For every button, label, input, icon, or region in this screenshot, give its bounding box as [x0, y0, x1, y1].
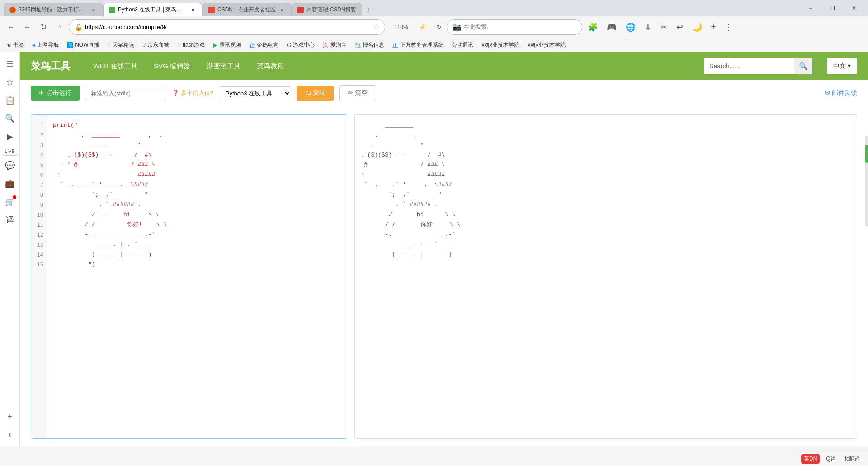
- bookmark-flash[interactable]: F flash游戏: [175, 40, 208, 50]
- tab-favicon-2345: [9, 7, 16, 13]
- bookmark-signup[interactable]: 报 报名信息: [352, 40, 387, 50]
- bookmark-taobao[interactable]: 淘 爱淘宝: [320, 40, 349, 50]
- bookmark-college2[interactable]: xx职业技术学院: [525, 40, 568, 50]
- cart-sidebar-icon[interactable]: 🛒: [2, 194, 18, 210]
- stdin-input[interactable]: [85, 87, 166, 100]
- line-num-7: 7: [40, 180, 43, 190]
- cart-badge: [13, 195, 16, 199]
- home-button[interactable]: ⌂: [52, 20, 67, 34]
- maximize-button[interactable]: ❏: [822, 1, 843, 15]
- bookmark-jd[interactable]: J 京东商城: [140, 40, 172, 50]
- reading-sidebar-icon[interactable]: 📋: [2, 92, 18, 109]
- line-num-14: 14: [37, 250, 43, 260]
- new-tab-button[interactable]: +: [362, 4, 375, 16]
- bookmark-tencent-video[interactable]: ▶ 腾讯视频: [210, 40, 244, 50]
- star-favorite-icon[interactable]: ☆: [373, 23, 379, 31]
- code-content[interactable]: print(" , ________ , . . __ * .-($)($$) …: [47, 115, 347, 438]
- menu-dots-icon[interactable]: ⋮: [721, 20, 736, 34]
- run-button[interactable]: ✈ 点击运行: [31, 86, 80, 101]
- live-sidebar-icon[interactable]: LIVE: [2, 147, 18, 156]
- work-sidebar-icon[interactable]: 💼: [2, 176, 18, 192]
- multi-input-link[interactable]: ❓ 多个输入值?: [172, 89, 213, 97]
- tab-favicon-csdn-mgr: [297, 7, 304, 13]
- minimize-button[interactable]: −: [800, 1, 821, 15]
- browser-search-box[interactable]: 📷: [447, 19, 582, 35]
- output-panel: ________ . . . __ * .-($)($$) - - / #\ @…: [354, 114, 857, 439]
- nav-svg-editor[interactable]: SVG 编辑器: [146, 52, 198, 80]
- tab-title-csdn-mgr: 内容管理-CSDN博客: [307, 6, 356, 14]
- bookmark-label: 企鹅电竞: [257, 41, 278, 49]
- line-num-2: 2: [40, 130, 43, 140]
- tab-2345[interactable]: 2345网址导航 · 致力于打造百年品牌 ×: [4, 3, 103, 16]
- extensions-icon[interactable]: 🧩: [584, 20, 601, 34]
- feedback-link[interactable]: ✉ 邮件反馈: [825, 89, 857, 97]
- bookmark-star[interactable]: ★ 书签: [4, 40, 27, 50]
- address-right: 110% ⚡ ↻: [391, 22, 445, 32]
- close-button[interactable]: ✕: [844, 1, 864, 15]
- line-num-5: 5: [40, 160, 43, 170]
- address-input-wrap[interactable]: 🔒 ☆: [69, 19, 385, 35]
- copy-button[interactable]: 🗂 复制: [297, 86, 334, 101]
- bookmark-e[interactable]: e 上网导航: [29, 40, 61, 50]
- scissors-icon[interactable]: ✂: [657, 20, 671, 34]
- tab-csdn[interactable]: CSDN - 专业开发者社区 ×: [203, 3, 292, 16]
- media-sidebar-icon[interactable]: ▶: [2, 128, 18, 145]
- line-num-13: 13: [37, 240, 43, 250]
- bookmark-labor[interactable]: 劳动通讯: [449, 40, 476, 50]
- bookmark-esports[interactable]: 企 企鹅电竞: [246, 40, 281, 50]
- tab-title-python: Python3 在线工具 | 菜鸟工具: [118, 6, 187, 14]
- forward-button[interactable]: →: [20, 20, 34, 34]
- scroll-indicator: [865, 136, 868, 226]
- bookmark-label: 游戏中心: [293, 41, 315, 49]
- tab-close-csdn[interactable]: ×: [278, 6, 286, 14]
- back-button[interactable]: ←: [4, 20, 18, 34]
- line-num-4: 4: [40, 150, 43, 160]
- bookmark-game-center[interactable]: G 游戏中心: [284, 40, 317, 50]
- search-sidebar-icon[interactable]: 🔍: [2, 110, 18, 127]
- nav-web-tools[interactable]: WEB 在线工具: [85, 52, 146, 80]
- line-numbers: 1 2 3 4 5 6 7 8 9 10 11 12 13 14: [31, 115, 47, 438]
- tab-csdn-mgr[interactable]: 内容管理-CSDN博客: [292, 3, 362, 16]
- bookmark-now[interactable]: N NOW直播: [64, 40, 102, 50]
- add-sidebar-icon[interactable]: ＋: [2, 408, 18, 424]
- browser-search-input[interactable]: [463, 24, 576, 30]
- collapse-sidebar-icon[interactable]: ‹: [2, 426, 18, 442]
- site-search-input[interactable]: [704, 58, 794, 74]
- tool-selector[interactable]: Python3 在线工具: [219, 86, 291, 100]
- nav-gradient[interactable]: 渐变色工具: [198, 52, 249, 80]
- translate-sidebar-icon[interactable]: 译: [2, 212, 18, 228]
- game-icon[interactable]: 🎮: [603, 20, 620, 34]
- address-input[interactable]: [85, 24, 370, 30]
- tab-python[interactable]: Python3 在线工具 | 菜鸟工具 ×: [103, 3, 203, 16]
- zoom-control[interactable]: 110%: [391, 22, 412, 32]
- tab-close-python[interactable]: ×: [189, 6, 197, 14]
- tab-close-2345[interactable]: ×: [90, 6, 97, 14]
- chat-sidebar-icon[interactable]: 💬: [2, 157, 18, 174]
- bookmark-college1[interactable]: xx职业技术学院: [479, 40, 522, 50]
- refresh-button[interactable]: ↻: [36, 20, 51, 34]
- favorites-sidebar-icon[interactable]: ☆: [2, 74, 18, 90]
- clear-button[interactable]: ✏ 清空: [339, 85, 376, 101]
- bookmark-edu-mgmt[interactable]: 正 正方教务管理系统: [390, 40, 446, 50]
- nav-runoob[interactable]: 菜鸟教程: [249, 52, 292, 80]
- language-button[interactable]: 中文 ▾: [827, 58, 857, 74]
- line-num-1: 1: [40, 120, 43, 130]
- site-search-button[interactable]: 🔍: [794, 58, 812, 74]
- plus-icon[interactable]: +: [708, 20, 720, 33]
- bookmark-tmall[interactable]: T 天猫精选: [105, 40, 137, 50]
- refresh-alt-btn[interactable]: ↻: [433, 22, 445, 32]
- download-icon[interactable]: ⇓: [641, 20, 655, 34]
- tab-bar: 2345网址导航 · 致力于打造百年品牌 × Python3 在线工具 | 菜鸟…: [4, 0, 800, 16]
- code-editor[interactable]: 1 2 3 4 5 6 7 8 9 10 11 12 13 14: [31, 114, 347, 439]
- moon-icon[interactable]: 🌙: [689, 20, 706, 34]
- scroll-thumb[interactable]: [865, 145, 868, 163]
- menu-sidebar-icon[interactable]: ☰: [2, 56, 18, 72]
- bookmark-label: flash游戏: [183, 41, 205, 49]
- translate-browser-icon[interactable]: 🌐: [622, 20, 639, 34]
- site-header: 菜鸟工具 WEB 在线工具 SVG 编辑器 渐变色工具 菜鸟教程 🔍 中文 ▾: [20, 52, 868, 80]
- bookmark-label: xx职业技术学院: [528, 41, 566, 49]
- undo-icon[interactable]: ↩: [673, 20, 687, 34]
- main-layout: ☰ ☆ 📋 🔍 ▶ LIVE 💬 💼 🛒 译 ＋ ‹ 菜鸟工具 WEB 在线工具: [0, 52, 868, 446]
- lightning-btn[interactable]: ⚡: [415, 22, 429, 32]
- line-num-3: 3: [40, 140, 43, 150]
